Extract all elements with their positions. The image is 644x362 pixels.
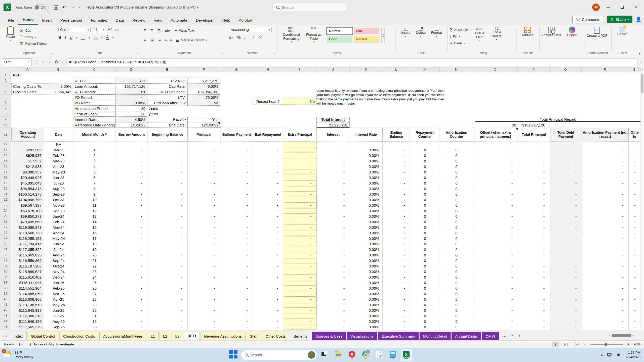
cell[interactable]: - (253, 153, 283, 158)
cell[interactable]: 0 (410, 158, 440, 164)
cell[interactable]: Mar-23 (44, 158, 73, 164)
cell[interactable]: 0 (440, 203, 473, 208)
cell[interactable]: - (116, 297, 147, 302)
cell[interactable]: - (629, 180, 641, 186)
cell[interactable]: - (317, 286, 350, 291)
cell[interactable]: - (147, 252, 188, 258)
row-header-24[interactable]: 24 (0, 208, 11, 213)
cell[interactable]: 6 (73, 175, 116, 180)
column-header-G[interactable]: G (220, 67, 253, 72)
cell[interactable]: - (473, 275, 518, 280)
minimize-button[interactable] (602, 0, 614, 15)
cell[interactable]: - (220, 203, 253, 208)
cell[interactable]: - (220, 180, 253, 186)
cell[interactable]: 22 (73, 263, 116, 269)
cell[interactable]: - (473, 225, 518, 230)
zo om-level[interactable]: 90% (634, 342, 640, 346)
cell[interactable]: - (582, 269, 629, 275)
cell[interactable]: - (473, 175, 518, 180)
undo-icon[interactable]: ↶ (62, 4, 66, 10)
ribbon-tab-formulas[interactable]: Formulas (87, 16, 111, 25)
cell[interactable]: - (253, 225, 283, 230)
cell[interactable]: - (473, 230, 518, 236)
recast-loan-input[interactable]: No (283, 98, 316, 105)
cell[interactable]: - (550, 169, 582, 175)
cell[interactable]: - (518, 164, 550, 169)
cell[interactable]: - (550, 241, 582, 247)
cell[interactable]: - (550, 219, 582, 225)
cell[interactable]: 10 (73, 197, 116, 203)
cell[interactable]: - (317, 319, 350, 324)
cell[interactable]: 0 (410, 219, 440, 225)
cell[interactable]: - (317, 280, 350, 286)
cell[interactable]: - (518, 241, 550, 247)
cell[interactable]: 0 (440, 308, 473, 313)
cell[interactable]: 0.00% (350, 214, 383, 219)
cell[interactable]: - (550, 280, 582, 286)
cell[interactable]: - (283, 169, 317, 175)
macro-record-icon[interactable] (19, 343, 23, 346)
cell[interactable]: 0.00% (350, 275, 383, 280)
cell-e6[interactable]: End loan after I/O? (147, 100, 187, 106)
cell[interactable]: - (550, 252, 582, 258)
column-header-F[interactable]: F (187, 67, 220, 72)
cell[interactable]: - (629, 186, 641, 192)
row-header-37[interactable]: 37 (0, 280, 11, 285)
cell-c8[interactable]: Term of Loan: (73, 111, 116, 117)
accessibility-status[interactable]: Accessibility: Investigate (28, 342, 74, 346)
name-box-splitter-icon[interactable]: ⋮ (35, 60, 39, 64)
cell[interactable]: - (383, 291, 410, 297)
cell[interactable]: - (220, 291, 253, 297)
row-header-44[interactable]: 44 (0, 319, 11, 324)
cell[interactable]: 0 (440, 324, 473, 330)
cell[interactable]: - (383, 197, 410, 203)
cell[interactable]: Feb-23 (44, 153, 73, 158)
cell[interactable]: $625,935 (12, 153, 44, 158)
cell[interactable]: - (518, 297, 550, 302)
cell[interactable]: - (147, 236, 188, 241)
cell[interactable]: - (383, 180, 410, 186)
cell[interactable]: - (188, 147, 220, 153)
cell[interactable]: 0 (440, 280, 473, 286)
cell[interactable]: $118,668,720 (12, 230, 44, 236)
cell[interactable]: 0.00% (350, 186, 383, 192)
cell[interactable]: - (383, 247, 410, 252)
cell-c10[interactable]: Reference Date (ignore) (73, 122, 116, 128)
row-header-9[interactable]: 9 (0, 117, 11, 122)
cell[interactable]: Apr-23 (44, 164, 73, 169)
cell[interactable]: Jun-23 (44, 175, 73, 180)
save-icon[interactable] (54, 5, 58, 10)
cell[interactable]: - (383, 230, 410, 236)
cell[interactable]: - (383, 286, 410, 291)
row-header-4[interactable]: 4 (0, 89, 11, 95)
cell[interactable]: 0.00% (350, 247, 383, 252)
number-format-select[interactable]: Accounting▾ (229, 27, 272, 32)
cell[interactable]: - (188, 297, 220, 302)
cell[interactable]: - (220, 158, 253, 164)
volume-icon[interactable] (616, 353, 621, 357)
excel-logo-icon[interactable]: X (4, 4, 11, 11)
excel-taskbar-button[interactable]: X (401, 349, 412, 361)
cell[interactable]: 0 (410, 313, 440, 319)
font-size-select[interactable]: 11▾ (92, 27, 106, 32)
cell[interactable]: 23 (73, 269, 116, 275)
find-select-button[interactable]: Find & Select▾ (489, 25, 504, 50)
style-neutral[interactable]: Neutral (354, 36, 379, 42)
conditional-formatting-button[interactable]: Conditional Formatting▾ (280, 25, 303, 50)
cell[interactable]: 0.00% (350, 225, 383, 230)
format-painter-button[interactable]: Format Painter (20, 40, 48, 47)
cell[interactable]: - (116, 302, 147, 308)
cell[interactable]: - (473, 197, 518, 203)
row-header-41[interactable]: 41 (0, 302, 11, 307)
cell[interactable]: - (550, 324, 582, 330)
align-middle-icon[interactable]: ≡ (150, 28, 153, 33)
cell-f4[interactable]: 136,956,160 (187, 89, 220, 95)
cell-d2[interactable]: Yes (116, 78, 147, 83)
row-header-15[interactable]: 15 (0, 158, 11, 164)
cell[interactable]: - (473, 286, 518, 291)
cell[interactable]: 0 (410, 286, 440, 291)
ribbon-tab-insert[interactable]: Insert (38, 16, 56, 25)
cell[interactable]: 0 (440, 186, 473, 192)
cell[interactable]: 0 (440, 230, 473, 236)
cell[interactable]: 7 (73, 180, 116, 186)
